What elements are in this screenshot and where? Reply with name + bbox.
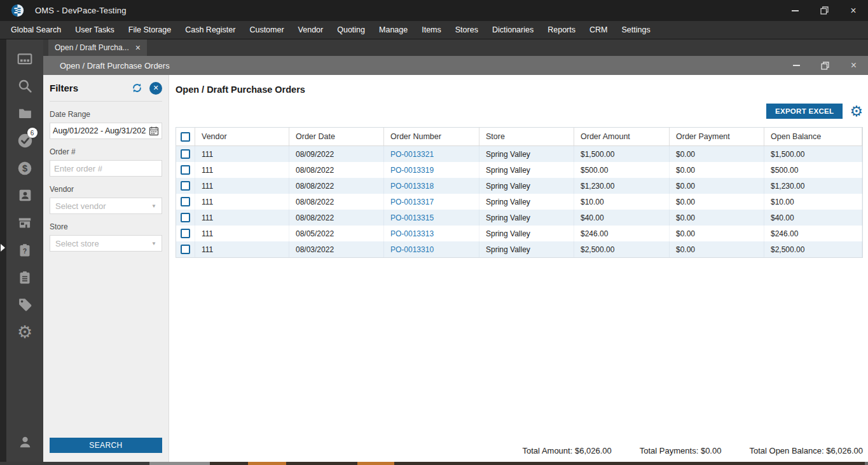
row-checkbox[interactable] (181, 165, 190, 175)
task-count-badge: 6 (27, 128, 38, 138)
search-button[interactable]: SEARCH (50, 438, 162, 453)
row-checkbox[interactable] (181, 213, 190, 222)
table-row[interactable]: 11108/08/2022PO-0013318Spring Valley$1,2… (176, 178, 862, 194)
order-number-link[interactable]: PO-0013317 (384, 194, 479, 210)
order-number-input[interactable] (50, 160, 162, 177)
table-row[interactable]: 11108/05/2022PO-0013313Spring Valley$246… (176, 226, 862, 241)
column-header-order-amount[interactable]: Order Amount (574, 128, 670, 145)
menu-item-file-storage[interactable]: File Storage (121, 21, 178, 39)
sidebar-item-cash[interactable]: $ (11, 154, 39, 182)
sidebar-item-files[interactable] (11, 100, 39, 127)
sidebar-item-orders[interactable] (11, 264, 39, 291)
table-cell: 111 (195, 146, 289, 162)
inner-minimize-icon (793, 65, 800, 66)
store-select[interactable]: Select store ▼ (50, 235, 162, 252)
select-all-checkbox[interactable] (181, 132, 190, 142)
sidebar-item-stores[interactable] (11, 209, 39, 236)
table-cell: $0.00 (670, 210, 764, 226)
order-number-link[interactable]: PO-0013319 (384, 162, 479, 178)
table-row[interactable]: 11108/08/2022PO-0013317Spring Valley$10.… (176, 194, 862, 210)
table-row[interactable]: 11108/03/2022PO-0013310Spring Valley$2,5… (176, 241, 862, 257)
order-number-link[interactable]: PO-0013310 (384, 241, 479, 257)
sidebar-item-search[interactable] (11, 72, 39, 100)
column-header-store[interactable]: Store (479, 128, 574, 145)
sidebar-item-user[interactable] (11, 428, 39, 455)
column-header-open-balance[interactable]: Open Balance (764, 128, 862, 145)
calendar-icon[interactable] (149, 126, 159, 136)
menu-item-cash-register[interactable]: Cash Register (178, 21, 242, 39)
sidebar-item-tasks[interactable]: 6 (11, 127, 39, 154)
close-filters-button[interactable]: ✕ (149, 82, 162, 95)
table-settings-gear-icon[interactable]: ⚙ (850, 104, 863, 119)
row-checkbox[interactable] (181, 149, 190, 159)
table-cell: 111 (195, 178, 289, 194)
row-checkbox-cell (176, 162, 195, 178)
vendor-select[interactable]: Select vendor ▼ (50, 198, 162, 214)
table-row[interactable]: 11108/09/2022PO-0013321Spring Valley$1,5… (176, 146, 862, 162)
table-cell: 08/08/2022 (289, 210, 384, 226)
row-checkbox[interactable] (181, 245, 190, 254)
table-cell: $0.00 (670, 162, 764, 178)
table-row[interactable]: 11108/08/2022PO-0013319Spring Valley$500… (176, 162, 862, 178)
order-number-link[interactable]: PO-0013315 (384, 210, 479, 226)
table-cell: $0.00 (670, 226, 764, 241)
inner-window-title: Open / Draft Purchase Orders (60, 61, 170, 71)
menu-item-stores[interactable]: Stores (448, 21, 485, 39)
inner-minimize-button[interactable] (782, 56, 811, 75)
row-checkbox[interactable] (181, 197, 190, 206)
column-header-order-date[interactable]: Order Date (289, 128, 384, 145)
window-title: OMS - DevPace-Testing (35, 6, 127, 15)
tab-close-icon[interactable]: × (135, 43, 141, 52)
menu-item-reports[interactable]: Reports (541, 21, 582, 39)
inner-close-button[interactable]: × (839, 56, 868, 75)
menu-item-settings[interactable]: Settings (614, 21, 657, 39)
order-number-link[interactable]: PO-0013313 (384, 226, 479, 241)
menu-item-items[interactable]: Items (415, 21, 448, 39)
restore-button[interactable] (809, 0, 839, 21)
sidebar-item-tags[interactable] (11, 291, 39, 318)
sidebar-item-quotes[interactable]: ? (11, 236, 39, 264)
table-cell: Spring Valley (479, 241, 574, 257)
row-checkbox[interactable] (181, 229, 190, 238)
minimize-button[interactable] (780, 0, 809, 21)
export-excel-button[interactable]: EXPORT EXCEL (766, 104, 843, 119)
close-filters-icon: ✕ (153, 84, 158, 92)
refresh-filters-button[interactable] (129, 81, 144, 96)
menu-item-customer[interactable]: Customer (242, 21, 291, 39)
table-cell: $500.00 (764, 162, 862, 178)
order-number-link[interactable]: PO-0013321 (384, 146, 479, 162)
restore-icon (820, 6, 829, 15)
order-number-link[interactable]: PO-0013318 (384, 178, 479, 194)
date-range-input[interactable] (50, 123, 162, 139)
tab-label: Open / Draft Purcha... (55, 43, 129, 52)
menu-item-manage[interactable]: Manage (372, 21, 415, 39)
expand-panel-arrow-icon[interactable] (1, 244, 5, 252)
tab-open-draft-purchase-orders[interactable]: Open / Draft Purcha... × (48, 39, 147, 56)
inner-restore-button[interactable] (811, 56, 839, 75)
total-amount: Total Amount: $6,026.00 (523, 446, 612, 455)
close-icon: × (850, 6, 856, 16)
menu-item-global-search[interactable]: Global Search (4, 21, 68, 39)
table-row[interactable]: 11108/08/2022PO-0013315Spring Valley$40.… (176, 210, 862, 226)
table-cell: Spring Valley (479, 194, 574, 210)
menu-item-quoting[interactable]: Quoting (330, 21, 372, 39)
column-header-order-number[interactable]: Order Number (384, 128, 479, 145)
menu-item-crm[interactable]: CRM (582, 21, 614, 39)
sidebar-item-dashboard[interactable] (11, 45, 39, 72)
table-cell: 08/03/2022 (289, 241, 384, 257)
total-open-balance: Total Open Balance: $6,026.00 (749, 446, 863, 455)
vendor-select-placeholder: Select vendor (55, 201, 151, 211)
menu-item-user-tasks[interactable]: User Tasks (68, 21, 121, 39)
sidebar-item-settings[interactable]: ⚙ (11, 318, 39, 346)
column-header-order-payment[interactable]: Order Payment (670, 128, 764, 145)
close-button[interactable]: × (839, 0, 868, 21)
table-cell: Spring Valley (479, 226, 574, 241)
menu-item-dictionaries[interactable]: Dictionaries (485, 21, 541, 39)
sidebar-item-customers[interactable] (11, 182, 39, 209)
row-checkbox[interactable] (181, 181, 190, 191)
table-cell: $40.00 (574, 210, 670, 226)
settings-gear-icon: ⚙ (17, 323, 32, 340)
filters-heading: Filters (50, 83, 78, 93)
menu-item-vendor[interactable]: Vendor (291, 21, 331, 39)
column-header-vendor[interactable]: Vendor (195, 128, 289, 145)
